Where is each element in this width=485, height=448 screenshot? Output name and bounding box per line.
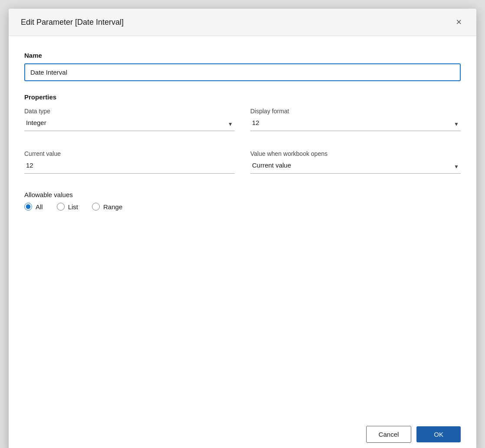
display-format-select[interactable]: 12 24 Automatic	[250, 117, 461, 128]
allowable-values-radio-group: All List Range	[24, 203, 461, 211]
properties-section: Properties Data type Integer Float Strin…	[24, 93, 461, 184]
radio-range-input[interactable]	[92, 203, 100, 211]
display-format-field-group: Display format 12 24 Automatic ▼	[250, 108, 461, 131]
radio-all-input[interactable]	[24, 203, 32, 211]
spacer-2	[250, 142, 461, 150]
close-button[interactable]: ×	[453, 16, 464, 28]
name-section-label: Name	[24, 52, 461, 59]
radio-list[interactable]: List	[57, 203, 78, 211]
radio-all[interactable]: All	[24, 203, 43, 211]
data-type-label: Data type	[24, 108, 235, 115]
value-when-opens-select[interactable]: Current value Prompt user A fixed value	[250, 160, 461, 171]
properties-section-label: Properties	[24, 93, 461, 101]
radio-range-label: Range	[103, 203, 122, 211]
current-value-label: Current value	[24, 150, 235, 157]
value-when-opens-field-group: Value when workbook opens Current value …	[250, 150, 461, 174]
current-value-field-group: Current value	[24, 150, 235, 174]
radio-list-label: List	[68, 203, 78, 211]
current-value-input-wrapper	[24, 160, 235, 174]
radio-all-label: All	[36, 203, 43, 211]
edit-parameter-dialog: Edit Parameter [Date Interval] × Name Pr…	[9, 9, 476, 448]
ok-button[interactable]: OK	[416, 426, 461, 442]
current-value-input[interactable]	[24, 160, 235, 171]
cancel-button[interactable]: Cancel	[366, 426, 412, 443]
value-when-opens-label: Value when workbook opens	[250, 150, 461, 157]
radio-range[interactable]: Range	[92, 203, 122, 211]
data-type-select-wrapper: Integer Float String Boolean Date Date &…	[24, 117, 235, 131]
properties-grid: Data type Integer Float String Boolean D…	[24, 108, 461, 184]
display-format-label: Display format	[250, 108, 461, 115]
name-input[interactable]	[24, 63, 461, 81]
data-type-select[interactable]: Integer Float String Boolean Date Date &…	[24, 117, 235, 128]
dialog-body: Name Properties Data type Integer Float …	[9, 36, 476, 417]
dialog-title: Edit Parameter [Date Interval]	[21, 18, 124, 27]
display-format-select-wrapper: 12 24 Automatic ▼	[250, 117, 461, 131]
radio-list-input[interactable]	[57, 203, 65, 211]
allowable-values-section: Allowable values All List Range	[24, 191, 461, 211]
spacer-1	[24, 142, 235, 150]
data-type-field-group: Data type Integer Float String Boolean D…	[24, 108, 235, 131]
value-when-opens-select-wrapper: Current value Prompt user A fixed value …	[250, 160, 461, 174]
dialog-footer: Cancel OK	[9, 417, 476, 448]
dialog-header: Edit Parameter [Date Interval] ×	[9, 9, 476, 36]
allowable-values-label: Allowable values	[24, 191, 461, 198]
